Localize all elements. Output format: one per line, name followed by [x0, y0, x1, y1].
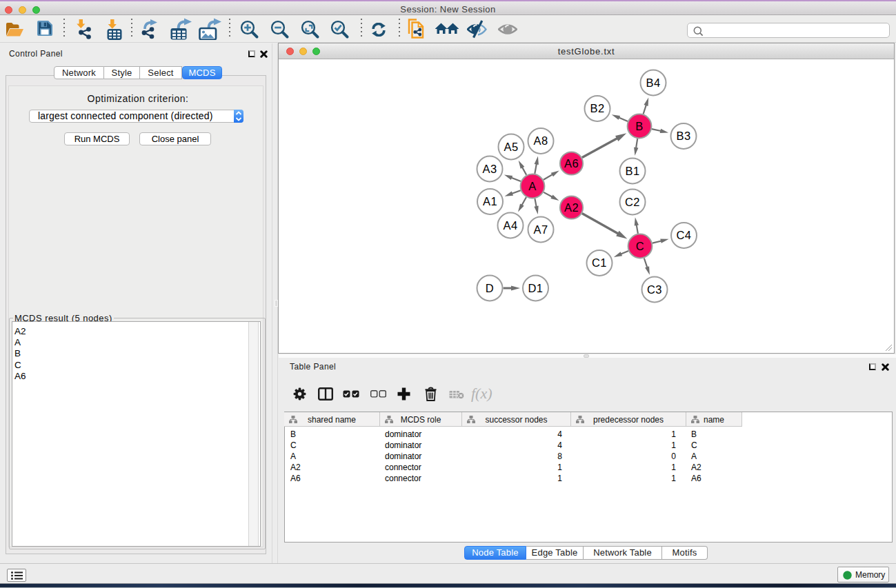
svg-text:D1: D1 — [528, 282, 544, 294]
svg-text:C1: C1 — [592, 256, 607, 269]
svg-text:A1: A1 — [483, 195, 497, 207]
svg-text:A3: A3 — [483, 163, 497, 175]
svg-text:B4: B4 — [646, 77, 661, 89]
svg-text:A6: A6 — [564, 157, 579, 170]
svg-text:B: B — [635, 120, 643, 132]
svg-text:B2: B2 — [590, 102, 605, 114]
svg-text:C4: C4 — [677, 229, 692, 241]
svg-text:A8: A8 — [534, 134, 548, 147]
svg-text:A4: A4 — [504, 219, 518, 232]
svg-text:B1: B1 — [626, 165, 640, 177]
svg-text:C: C — [636, 240, 644, 252]
svg-text:B3: B3 — [677, 130, 691, 142]
svg-text:A: A — [528, 180, 536, 192]
svg-text:C3: C3 — [647, 283, 662, 296]
svg-text:D: D — [486, 282, 494, 294]
svg-text:A2: A2 — [564, 201, 579, 214]
svg-text:A7: A7 — [534, 223, 548, 236]
svg-text:C2: C2 — [625, 196, 640, 208]
svg-text:A5: A5 — [504, 141, 519, 153]
